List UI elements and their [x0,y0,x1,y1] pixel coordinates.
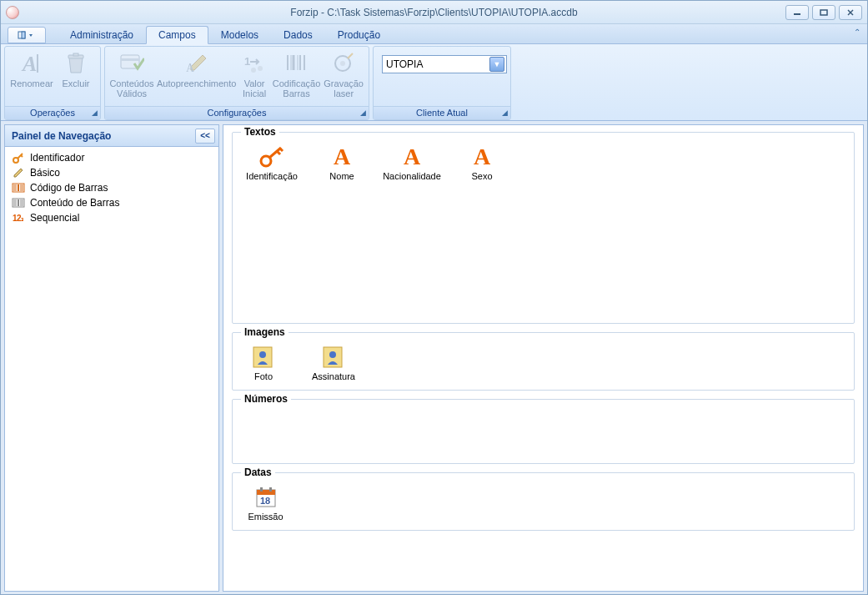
letter-a-icon: A [468,144,496,169]
ribbon-group-configuracoes: Conteúdos Válidos A Autopreenchimento 1 … [104,46,369,120]
renomear-label: Renomear [10,78,53,88]
barcode-icon [283,50,310,77]
autopreenchimento-button[interactable]: A Autopreenchimento [155,48,238,90]
nav-panel: Painel de Navegação << Identificador Bás… [4,124,219,592]
svg-point-14 [258,66,263,71]
nav-item-label: Identificador [30,152,84,164]
nav-list: Identificador Básico Código de Barras Co… [5,147,218,229]
maximize-button[interactable] [812,5,835,20]
window-title: Forzip - C:\Task Sistemas\Forzip\Clients… [1,7,867,18]
ribbon-tabs: Administração Campos Modelos Dados Produ… [1,24,867,44]
gravacao-laser-button[interactable]: Gravação laser [322,48,365,100]
barcode-content-icon [12,196,25,209]
autofill-icon: A [183,50,210,77]
nav-item-label: Conteúdo de Barras [30,197,119,209]
nav-item-sequencial[interactable]: 12₃ Sequencial [5,210,218,225]
app-menu-button[interactable] [8,27,46,43]
nav-item-basico[interactable]: Básico [5,165,218,180]
nav-item-label: Básico [30,167,60,179]
nav-item-identificador[interactable]: Identificador [5,150,218,165]
dialog-launcher-icon[interactable]: ◢ [92,108,98,117]
group-textos-label: Textos [241,126,279,138]
field-label: Assinatura [312,371,355,381]
rename-icon: A [18,50,45,77]
nav-item-label: Código de Barras [30,182,108,194]
tab-dados[interactable]: Dados [271,25,325,43]
trash-icon [63,50,89,77]
field-nome[interactable]: A Nome [321,144,363,183]
tab-modelos[interactable]: Modelos [208,25,271,43]
svg-text:₃: ₃ [21,214,24,223]
laser-icon [330,50,357,77]
excluir-button[interactable]: Excluir [55,48,97,90]
tab-campos[interactable]: Campos [146,26,208,44]
card-check-icon [118,50,145,77]
nav-item-label: Sequencial [30,212,79,224]
field-identificacao[interactable]: Identificação [243,144,301,183]
minimize-button[interactable] [785,5,809,20]
cliente-value: UTOPIA [386,58,423,70]
main-area: Painel de Navegação << Identificador Bás… [1,121,867,595]
letter-a-icon: A [328,144,356,169]
field-assinatura[interactable]: Assinatura [304,345,363,383]
close-button[interactable] [839,5,862,20]
svg-text:A: A [21,52,37,76]
svg-line-44 [277,151,280,154]
svg-text:18: 18 [260,496,270,506]
svg-rect-51 [257,490,275,495]
codificacao-barras-button[interactable]: Codificação Barras [271,48,322,100]
svg-point-47 [259,351,266,358]
nav-item-conteudo-barras[interactable]: Conteúdo de Barras [5,195,218,210]
group-datas: Datas 18 Emissão [232,472,855,531]
svg-line-26 [21,155,23,157]
tab-producao[interactable]: Produção [325,25,393,43]
nav-header: Painel de Navegação << [5,125,218,147]
key-icon [258,144,286,169]
svg-rect-53 [269,487,272,492]
excluir-label: Excluir [62,78,89,88]
initial-value-icon: 1 [241,50,268,77]
svg-point-23 [340,61,345,66]
pencil-icon [12,166,25,179]
group-cliente-label: Cliente Atual [416,108,468,118]
field-label: Sexo [471,171,492,181]
field-foto[interactable]: Foto [243,345,284,383]
field-sexo[interactable]: A Sexo [461,144,503,183]
dialog-launcher-icon[interactable]: ◢ [360,108,366,117]
chevron-down-icon[interactable]: ▼ [489,57,504,72]
cliente-atual-dropdown[interactable]: UTOPIA ▼ [382,55,507,73]
nav-collapse-button[interactable]: << [195,129,215,144]
tab-administracao[interactable]: Administração [58,25,146,43]
group-numeros-label: Números [241,393,291,405]
ribbon-group-cliente: UTOPIA ▼ Cliente Atual◢ [373,46,511,120]
codif-label: Codificação Barras [273,78,320,98]
app-icon [6,6,19,19]
content-pane: Textos Identificação A Nome A Nacionalid… [223,124,864,592]
grav-label: Gravação laser [324,78,364,98]
dialog-launcher-icon[interactable]: ◢ [502,108,508,117]
group-config-label: Configurações [208,108,267,118]
calendar-icon: 18 [252,485,280,510]
field-label: Nome [329,171,354,181]
nav-title: Painel de Navegação [12,130,111,142]
renomear-button[interactable]: A Renomear [8,48,55,90]
nav-item-codigo-barras[interactable]: Código de Barras [5,180,218,195]
field-label: Foto [254,371,273,381]
barcode-small-icon [12,181,25,194]
ribbon-collapse-icon[interactable]: ⌃ [854,28,860,37]
photo-icon [249,345,278,370]
conteudos-validos-button[interactable]: Conteúdos Válidos [108,48,155,100]
titlebar: Forzip - C:\Task Sistemas\Forzip\Clients… [1,1,867,24]
svg-rect-5 [22,32,25,38]
ribbon-group-operacoes: A Renomear Excluir Operações◢ [4,46,101,120]
field-emissao[interactable]: 18 Emissão [243,485,288,523]
svg-text:A: A [186,62,195,74]
valor-inicial-button[interactable]: 1 Valor Inicial [238,48,270,100]
field-label: Nacionalidade [383,171,441,181]
group-imagens: Imagens Foto Assinatura [232,332,855,391]
field-nacionalidade[interactable]: A Nacionalidade [383,144,441,183]
valor-label: Valor Inicial [239,78,268,98]
svg-rect-52 [260,487,263,492]
svg-line-45 [280,149,283,151]
field-label: Emissão [248,512,283,522]
